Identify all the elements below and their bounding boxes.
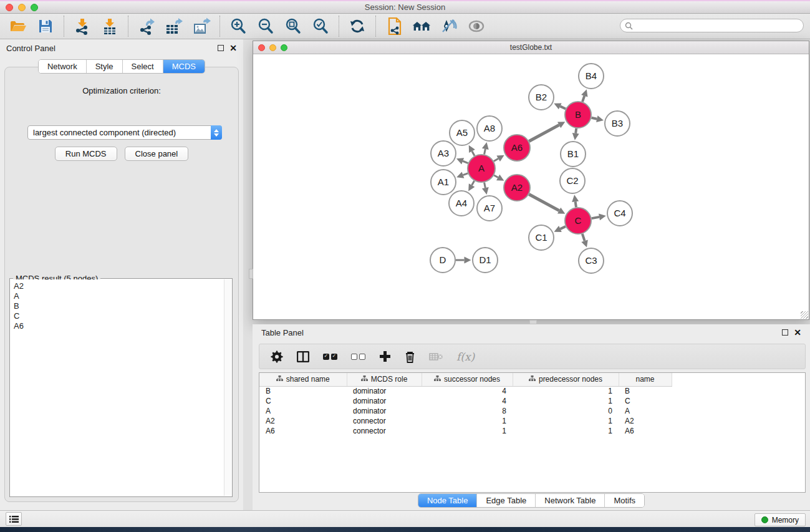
table-cell[interactable]: A6 xyxy=(619,426,672,436)
result-item[interactable]: C xyxy=(14,311,221,321)
show-hide-eye-icon[interactable] xyxy=(467,17,486,36)
style-toggle-icon[interactable] xyxy=(440,17,458,36)
graph-edge-A2-C[interactable] xyxy=(529,194,559,210)
tab-style[interactable]: Style xyxy=(87,60,123,73)
table-cell[interactable]: C xyxy=(259,396,347,406)
gear-icon[interactable] xyxy=(271,351,283,363)
column-header-successor-nodes[interactable]: successor nodes xyxy=(422,373,513,386)
table-cell[interactable]: 4 xyxy=(422,386,513,396)
table-cell[interactable]: C xyxy=(619,396,672,406)
table-cell[interactable]: 1 xyxy=(513,426,619,436)
table-cell[interactable]: connector xyxy=(347,416,422,426)
graph-edge-A-A4[interactable] xyxy=(472,181,475,185)
close-table-panel-icon[interactable]: ✕ xyxy=(794,329,801,336)
search-input[interactable] xyxy=(635,21,803,30)
zoom-fit-icon[interactable] xyxy=(284,17,302,36)
result-item[interactable]: B xyxy=(14,301,221,311)
table-cell[interactable]: 1 xyxy=(422,416,513,426)
node-table[interactable]: shared nameMCDS rolesuccessor nodesprede… xyxy=(259,372,806,493)
tab-select[interactable]: Select xyxy=(123,60,163,73)
table-row[interactable]: A6connector11A6 xyxy=(259,426,672,436)
export-network-icon[interactable] xyxy=(137,17,156,36)
table-row[interactable]: Bdominator41B xyxy=(259,386,672,396)
table-cell[interactable]: dominator xyxy=(347,406,422,416)
memory-button[interactable]: Memory xyxy=(755,513,806,526)
network-window-titlebar[interactable]: testGlobe.txt xyxy=(253,41,809,54)
table-cell[interactable]: A xyxy=(259,406,347,416)
import-table-icon[interactable] xyxy=(100,17,119,36)
close-panel-button[interactable]: Close panel xyxy=(125,147,189,161)
save-session-icon[interactable] xyxy=(36,17,55,36)
select-all-checkboxes-icon[interactable] xyxy=(323,354,337,360)
graph-edge-B-B1[interactable] xyxy=(576,128,576,133)
add-column-icon[interactable] xyxy=(379,351,391,362)
table-cell[interactable]: 1 xyxy=(513,416,619,426)
result-item[interactable]: A2 xyxy=(14,281,221,291)
table-row[interactable]: Cdominator41C xyxy=(259,396,672,406)
network-document-icon[interactable] xyxy=(385,17,403,36)
table-cell[interactable]: 1 xyxy=(513,396,619,406)
divider-grip-vertical[interactable] xyxy=(249,269,253,279)
column-header-name[interactable]: name xyxy=(619,373,672,386)
column-header-shared-name[interactable]: shared name xyxy=(259,373,347,386)
graph-edge-A-A6[interactable] xyxy=(494,158,498,161)
tab-edge-table[interactable]: Edge Table xyxy=(477,494,536,507)
tab-node-table[interactable]: Node Table xyxy=(418,494,478,507)
table-row[interactable]: Adominator80A xyxy=(259,406,672,416)
float-table-panel-icon[interactable] xyxy=(782,329,788,336)
import-network-icon[interactable] xyxy=(73,17,92,36)
graph-edge-C-C4[interactable] xyxy=(592,217,599,218)
table-cell[interactable]: dominator xyxy=(347,396,422,406)
table-cell[interactable]: A2 xyxy=(619,416,672,426)
table-cell[interactable]: 0 xyxy=(513,406,619,416)
function-builder-icon[interactable]: f(x) xyxy=(456,351,475,363)
tab-motifs[interactable]: Motifs xyxy=(605,494,644,507)
table-cell[interactable]: A xyxy=(619,406,672,416)
zoom-out-icon[interactable] xyxy=(256,17,275,36)
tab-network-table[interactable]: Network Table xyxy=(536,494,605,507)
result-scrollbar[interactable] xyxy=(224,279,231,496)
graph-edge-A-A1[interactable] xyxy=(463,173,468,175)
close-panel-icon[interactable]: ✕ xyxy=(229,45,237,51)
divider-grip-horizontal[interactable] xyxy=(529,320,537,324)
tab-network[interactable]: Network xyxy=(39,60,87,73)
task-history-button[interactable] xyxy=(6,512,22,526)
zoom-in-icon[interactable] xyxy=(229,17,248,36)
table-cell[interactable]: 1 xyxy=(513,386,619,396)
graph-edge-B-B2[interactable] xyxy=(560,106,566,109)
graph-edge-B-B3[interactable] xyxy=(591,118,597,119)
table-cell[interactable]: A6 xyxy=(259,426,347,436)
table-cell[interactable]: 8 xyxy=(422,406,513,416)
graph-edge-C-C2[interactable] xyxy=(576,201,576,207)
home-icon[interactable] xyxy=(412,17,431,36)
window-resize-grip[interactable] xyxy=(801,311,808,319)
table-cell[interactable]: A2 xyxy=(259,416,347,426)
deselect-all-checkboxes-icon[interactable] xyxy=(351,354,365,360)
criterion-dropdown[interactable]: largest connected component (directed) xyxy=(27,125,222,140)
table-row[interactable]: A2connector11A2 xyxy=(259,416,672,426)
columns-icon[interactable] xyxy=(297,351,309,362)
open-session-icon[interactable] xyxy=(9,17,27,36)
graph-edge-C-C3[interactable] xyxy=(582,234,585,241)
graph-edge-A-A3[interactable] xyxy=(463,161,468,163)
search-field[interactable] xyxy=(620,19,804,32)
result-item[interactable]: A xyxy=(14,291,221,301)
table-cell[interactable]: 1 xyxy=(422,426,513,436)
delete-column-icon[interactable] xyxy=(405,351,415,363)
table-cell[interactable]: B xyxy=(259,386,347,396)
table-cell[interactable]: connector xyxy=(347,426,422,436)
graph-edge-A-A7[interactable] xyxy=(485,183,486,188)
graph-edge-A-A8[interactable] xyxy=(485,149,486,155)
graph-edge-A-A5[interactable] xyxy=(472,151,475,155)
column-header-predecessor-nodes[interactable]: predecessor nodes xyxy=(513,373,619,386)
graph-edge-A6-B[interactable] xyxy=(529,125,559,141)
refresh-view-icon[interactable] xyxy=(348,17,367,36)
result-item[interactable]: A6 xyxy=(14,321,221,331)
export-table-icon[interactable] xyxy=(165,17,183,36)
table-cell[interactable]: 4 xyxy=(422,396,513,406)
export-image-icon[interactable] xyxy=(192,17,211,36)
table-cell[interactable]: dominator xyxy=(347,386,422,396)
float-panel-icon[interactable] xyxy=(218,45,224,51)
table-cell[interactable]: B xyxy=(619,386,672,396)
run-mcds-button[interactable]: Run MCDS xyxy=(55,147,117,161)
